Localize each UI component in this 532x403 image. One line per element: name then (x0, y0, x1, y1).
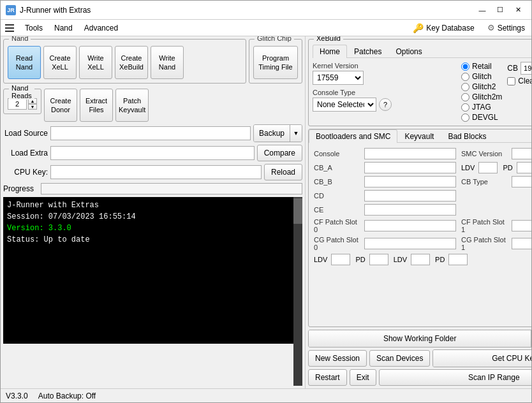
tab-home[interactable]: Home (313, 45, 347, 58)
radio-devgl[interactable]: DEVGL (461, 113, 502, 122)
compare-button[interactable]: Compare (257, 145, 302, 161)
minimize-button[interactable]: — (474, 4, 491, 17)
console-bl-input[interactable] (364, 148, 456, 159)
scan-devices-button[interactable]: Scan Devices (369, 350, 430, 367)
spinner-down-button[interactable]: ▼ (28, 104, 37, 110)
load-source-input[interactable] (50, 126, 251, 140)
create-xebuild-button[interactable]: CreateXeBuild (115, 46, 148, 79)
bl-row-3: CB_B CB Type (314, 176, 531, 187)
cb-a-input[interactable] (364, 162, 456, 173)
radio-retail[interactable]: Retail (461, 62, 502, 71)
pd-input-3[interactable] (448, 254, 468, 265)
console-output: J-Runner with Extras Session: 07/03/2023… (3, 197, 293, 344)
backup-dropdown-arrow[interactable]: ▼ (290, 125, 302, 142)
key-icon: 🔑 (413, 23, 424, 33)
extract-files-button[interactable]: ExtractFiles (80, 89, 113, 122)
cf-patch-1-field: CF Patch Slot 1 (461, 218, 531, 233)
key-database-btn[interactable]: 🔑 Key Database (409, 22, 478, 34)
pd-input-2[interactable] (369, 254, 388, 265)
bl-row-7: CG Patch Slot 0 CG Patch Slot 1 (314, 236, 531, 251)
pd-input-1[interactable] (517, 162, 531, 173)
cg-patch-0-input[interactable] (364, 238, 456, 249)
radio-glitch[interactable]: Glitch (461, 72, 502, 81)
get-cpu-key-button[interactable]: Get CPU Key (433, 350, 531, 367)
tab-keyvault[interactable]: Keyvault (397, 129, 441, 143)
get-cpu-key-dropdown: Get CPU Key ▼ (432, 349, 531, 367)
read-nand-button[interactable]: ReadNand (8, 46, 41, 79)
xebuild-right: Retail Glitch Glitch2 G (461, 62, 531, 122)
ldv-input-1[interactable] (478, 162, 498, 173)
clean-smc-field: Clean SMC (507, 77, 531, 85)
hamburger-menu[interactable] (3, 22, 16, 34)
cg-patch-1-input[interactable] (512, 238, 531, 249)
restart-button[interactable]: Restart (308, 369, 347, 386)
radio-jtag[interactable]: JTAG (461, 103, 502, 112)
pd-label-3: PD (435, 256, 445, 263)
menu-nand[interactable]: Nand (49, 22, 78, 34)
load-extra-label: Load Extra (3, 149, 48, 158)
settings-btn[interactable]: ⚙ Settings (484, 22, 529, 34)
cb-b-input[interactable] (364, 176, 456, 187)
load-extra-row: Load Extra Compare (3, 145, 302, 161)
maximize-button[interactable]: ☐ (492, 4, 508, 17)
console-type-label: Console Type (313, 89, 456, 96)
nand-reads-input[interactable] (8, 98, 27, 110)
radio-glitch2m[interactable]: Glitch2m (461, 92, 502, 101)
scroll-thumb[interactable] (293, 198, 302, 224)
tab-bootloaders-smc[interactable]: Bootloaders and SMC (309, 129, 397, 143)
help-button[interactable]: ? (379, 98, 392, 111)
scan-ip-range-button[interactable]: Scan IP Range (379, 369, 531, 386)
ldv-input-2[interactable] (331, 254, 350, 265)
smc-version-input[interactable] (512, 148, 531, 159)
cd-label: CD (314, 192, 362, 200)
ldv-input-3[interactable] (411, 254, 430, 265)
bl-row-4: CD (314, 190, 531, 202)
xebuild-left: Kernel Version 17559 Console Type None S… (313, 62, 456, 122)
cd-input[interactable] (364, 190, 456, 202)
program-timing-file-button[interactable]: ProgramTiming File (253, 46, 298, 79)
cf-patch-0-input[interactable] (364, 220, 456, 231)
radio-glitch2[interactable]: Glitch2 (461, 82, 502, 91)
bl-row-5: CE (314, 204, 531, 216)
ce-input[interactable] (364, 204, 456, 216)
exit-button[interactable]: Exit (350, 369, 376, 386)
ldv-pd-field-2: LDV PD (314, 254, 388, 265)
menu-tools[interactable]: Tools (20, 22, 48, 34)
cf-patch-0-label: CF Patch Slot 0 (314, 218, 362, 233)
show-working-folder-button[interactable]: Show Working Folder (309, 330, 531, 347)
load-source-row: Load Source Backup ▼ (3, 124, 302, 142)
close-button[interactable]: ✕ (510, 4, 526, 17)
right-panel: XeBuild Home Patches Options Kernel Vers… (306, 36, 531, 388)
console-type-select[interactable]: None Selected (313, 98, 376, 112)
cb-select[interactable]: 1942 (521, 62, 531, 75)
window-controls: — ☐ ✕ (474, 4, 526, 17)
menu-advanced[interactable]: Advanced (79, 22, 123, 34)
tab-options[interactable]: Options (388, 45, 429, 58)
gear-icon: ⚙ (487, 23, 495, 33)
show-working-folder-dropdown: Show Working Folder ▼ (308, 330, 531, 348)
console-scrollbar[interactable] (293, 197, 302, 386)
backup-button[interactable]: Backup (254, 125, 290, 142)
cf-patch-1-input[interactable] (512, 220, 531, 231)
window-title: J-Runner with Extras (20, 6, 474, 15)
new-session-button[interactable]: New Session (308, 350, 367, 367)
load-extra-input[interactable] (50, 146, 255, 160)
xebuild-fields: Kernel Version 17559 Console Type None S… (313, 62, 531, 122)
write-nand-button[interactable]: WriteNand (151, 46, 184, 79)
patch-keyvault-button[interactable]: PatchKeyvault (115, 89, 149, 122)
tab-bad-blocks[interactable]: Bad Blocks (441, 129, 493, 143)
create-xell-button[interactable]: CreateXeLL (43, 46, 77, 79)
ldv-pd-field-3: LDV PD (394, 254, 468, 265)
progress-label: Progress (3, 184, 38, 193)
radio-group: Retail Glitch Glitch2 G (461, 62, 502, 122)
reload-button[interactable]: Reload (264, 164, 302, 180)
tab-patches[interactable]: Patches (347, 45, 388, 58)
bootloaders-group: Bootloaders and SMC Keyvault Bad Blocks … (308, 129, 531, 327)
cpu-key-input[interactable] (50, 165, 262, 179)
cb-type-input[interactable] (512, 176, 531, 187)
kernel-version-select[interactable]: 17559 (313, 71, 364, 85)
cb-label: CB (507, 64, 518, 73)
create-donor-button[interactable]: CreateDonor (44, 89, 77, 122)
write-xell-button[interactable]: WriteXeLL (79, 46, 112, 79)
clean-smc-checkbox[interactable] (507, 77, 515, 85)
